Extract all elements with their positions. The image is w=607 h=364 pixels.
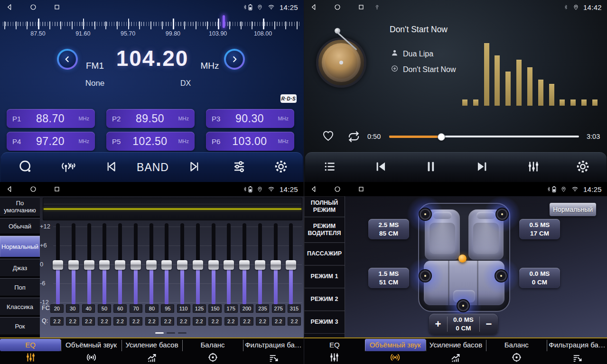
recents-button[interactable] — [357, 3, 365, 11]
tab-bass-boost[interactable]: Усиление басов — [426, 338, 486, 364]
home-button[interactable] — [29, 3, 37, 11]
eq-band-slider[interactable] — [161, 223, 172, 305]
slider-handle[interactable] — [271, 260, 281, 270]
recents-button[interactable] — [53, 185, 61, 193]
eq-preset-item[interactable]: Джаз — [0, 259, 40, 277]
tune-up-button[interactable] — [224, 49, 245, 70]
slider-handle[interactable] — [208, 260, 219, 270]
settings-button[interactable] — [573, 159, 593, 176]
eq-band-slider[interactable] — [84, 223, 94, 305]
broadcast-button[interactable] — [57, 159, 80, 176]
eq-band-slider[interactable] — [193, 223, 203, 305]
mode-item[interactable]: ПОЛНЫЙ РЕЖИМ — [304, 196, 345, 217]
eq-band-slider[interactable] — [115, 223, 125, 305]
tab-filter[interactable]: Фильтрация ба… — [243, 338, 304, 364]
back-button[interactable] — [6, 185, 13, 193]
eq-band-slider[interactable] — [286, 223, 296, 305]
decrease-delay-button[interactable]: − — [480, 314, 498, 335]
band-button[interactable]: BAND — [134, 161, 172, 174]
eq-band-slider[interactable] — [255, 223, 265, 305]
mode-item[interactable]: РЕЖИМ ВОДИТЕЛЯ — [304, 217, 345, 243]
tab-balance[interactable]: Баланс — [182, 338, 243, 364]
eq-sliders-button[interactable] — [523, 159, 543, 176]
pause-button[interactable] — [421, 159, 441, 176]
eq-band-slider[interactable] — [271, 223, 281, 305]
frequency-scale[interactable]: 87.5091.6095.7099.80103.90108.00 — [0, 14, 304, 39]
eq-preset-item[interactable]: Поп — [0, 278, 40, 296]
profile-button[interactable]: Нормальный — [550, 203, 596, 216]
slider-handle[interactable] — [193, 260, 203, 270]
preset-button[interactable]: P188.70MHz — [7, 109, 95, 128]
recents-button[interactable] — [53, 3, 61, 11]
tab-surround[interactable]: Объёмный звук — [61, 338, 121, 364]
eq-band-slider[interactable] — [131, 223, 141, 305]
home-button[interactable] — [334, 185, 341, 193]
next-station-button[interactable] — [185, 159, 205, 176]
slider-handle[interactable] — [286, 260, 296, 270]
favorite-button[interactable] — [321, 129, 335, 144]
tab-surround[interactable]: Объёмный звук — [365, 338, 426, 364]
slider-handle[interactable] — [131, 260, 141, 270]
slider-handle[interactable] — [115, 260, 125, 270]
slider-handle[interactable] — [239, 260, 250, 270]
mode-item[interactable]: РЕЖИМ 2 — [304, 288, 345, 311]
preset-button[interactable]: P289.50MHz — [106, 109, 195, 128]
eq-preset-item[interactable]: Классика — [0, 298, 40, 316]
eq-band-slider[interactable] — [146, 223, 157, 305]
slider-handle[interactable] — [53, 260, 63, 270]
prev-track-button[interactable] — [371, 159, 391, 176]
slider-handle[interactable] — [177, 260, 187, 270]
repeat-button[interactable] — [346, 130, 362, 145]
slider-handle[interactable] — [99, 260, 110, 270]
slider-handle[interactable] — [146, 260, 157, 270]
home-button[interactable] — [334, 3, 341, 11]
visualizer-bar — [462, 100, 467, 106]
tab-bass-boost[interactable]: Усиление басов — [121, 338, 182, 364]
increase-delay-button[interactable]: + — [429, 314, 447, 335]
back-button[interactable] — [310, 3, 318, 11]
recents-button[interactable] — [357, 185, 365, 193]
home-button[interactable] — [29, 185, 37, 193]
eq-preset-item[interactable]: Обычай — [0, 218, 40, 234]
tune-down-button[interactable] — [57, 49, 78, 70]
eq-band-slider[interactable] — [239, 223, 250, 305]
tab-filter[interactable]: Фильтрация ба… — [547, 338, 607, 364]
mode-item[interactable]: РЕЖИМ 1 — [304, 265, 345, 288]
eq-adjust-button[interactable] — [229, 159, 250, 176]
preset-button[interactable]: P497.20MHz — [7, 132, 95, 151]
back-button[interactable] — [6, 3, 13, 11]
tab-balance[interactable]: Баланс — [486, 338, 547, 364]
slider-handle[interactable] — [161, 260, 172, 270]
eq-preset-item[interactable]: По умолчанию — [0, 197, 40, 217]
slider-handle[interactable] — [84, 260, 94, 270]
next-track-button[interactable] — [472, 159, 493, 176]
settings-button[interactable] — [271, 159, 291, 176]
eq-band-slider[interactable] — [99, 223, 110, 305]
eq-band-slider[interactable] — [208, 223, 219, 305]
mode-item[interactable]: ПАССАЖИР — [304, 243, 345, 265]
progress-thumb[interactable] — [438, 133, 445, 141]
preset-button[interactable]: P5102.50MHz — [106, 132, 195, 151]
prev-station-button[interactable] — [101, 159, 121, 176]
eq-band-slider[interactable] — [224, 223, 234, 305]
eq-preset-item[interactable]: Рок — [0, 317, 40, 335]
scan-button[interactable] — [15, 159, 36, 176]
eq-preset-item[interactable]: Нормальный — [0, 236, 40, 257]
eq-band-slider[interactable] — [177, 223, 187, 305]
progress-bar[interactable] — [389, 136, 579, 137]
tab-eq-sliders[interactable]: EQ — [304, 338, 365, 364]
preset-button[interactable]: P6103.00MHz — [206, 132, 294, 151]
tab-eq-sliders[interactable]: EQ — [0, 338, 61, 364]
eq-band-slider[interactable] — [53, 223, 63, 305]
slider-handle[interactable] — [255, 260, 265, 270]
slider-handle[interactable] — [224, 260, 234, 270]
slider-handle[interactable] — [68, 260, 79, 270]
back-button[interactable] — [310, 185, 318, 193]
eq-band-slider[interactable] — [68, 223, 79, 305]
playlist-button[interactable] — [320, 160, 340, 175]
head-unit-screen: 14:25 87.5091.6095.7099.80103.90108.00 F… — [0, 0, 607, 364]
mode-item[interactable]: РЕЖИМ 3 — [304, 311, 345, 334]
slider-track-lower — [72, 265, 75, 305]
preset-button[interactable]: P390.30MHz — [206, 109, 294, 128]
q-value: 2.2 — [50, 317, 64, 326]
